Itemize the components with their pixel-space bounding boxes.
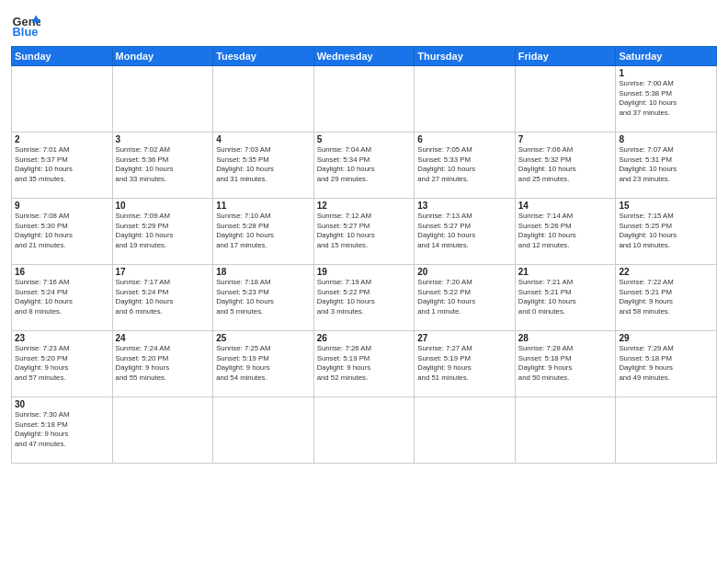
day-info: Sunrise: 7:12 AM Sunset: 5:27 PM Dayligh… bbox=[317, 212, 412, 250]
day-info: Sunrise: 7:00 AM Sunset: 5:38 PM Dayligh… bbox=[619, 79, 713, 118]
day-cell: 26Sunrise: 7:26 AM Sunset: 5:19 PM Dayli… bbox=[313, 331, 415, 397]
weekday-header-wednesday: Wednesday bbox=[313, 47, 415, 66]
day-cell bbox=[515, 397, 616, 464]
day-info: Sunrise: 7:27 AM Sunset: 5:19 PM Dayligh… bbox=[417, 344, 512, 383]
day-info: Sunrise: 7:21 AM Sunset: 5:21 PM Dayligh… bbox=[518, 278, 613, 316]
day-cell: 17Sunrise: 7:17 AM Sunset: 5:24 PM Dayli… bbox=[112, 265, 213, 331]
day-cell: 29Sunrise: 7:29 AM Sunset: 5:18 PM Dayli… bbox=[616, 331, 717, 397]
page: General Blue SundayMondayTuesdayWednesda… bbox=[0, 0, 728, 563]
day-number: 12 bbox=[317, 201, 412, 211]
day-cell: 2Sunrise: 7:01 AM Sunset: 5:37 PM Daylig… bbox=[12, 132, 113, 199]
day-cell: 4Sunrise: 7:03 AM Sunset: 5:35 PM Daylig… bbox=[213, 132, 314, 199]
day-info: Sunrise: 7:05 AM Sunset: 5:33 PM Dayligh… bbox=[417, 145, 512, 184]
day-info: Sunrise: 7:13 AM Sunset: 5:27 PM Dayligh… bbox=[417, 212, 512, 250]
day-number: 16 bbox=[15, 267, 109, 277]
day-info: Sunrise: 7:01 AM Sunset: 5:37 PM Dayligh… bbox=[15, 145, 109, 184]
day-cell: 1Sunrise: 7:00 AM Sunset: 5:38 PM Daylig… bbox=[616, 66, 717, 132]
day-info: Sunrise: 7:26 AM Sunset: 5:19 PM Dayligh… bbox=[317, 344, 412, 383]
day-info: Sunrise: 7:14 AM Sunset: 5:26 PM Dayligh… bbox=[518, 212, 613, 250]
day-number: 15 bbox=[619, 201, 713, 211]
day-info: Sunrise: 7:19 AM Sunset: 5:22 PM Dayligh… bbox=[317, 278, 412, 316]
logo-icon: General Blue bbox=[11, 9, 40, 39]
day-cell: 16Sunrise: 7:16 AM Sunset: 5:24 PM Dayli… bbox=[12, 265, 113, 331]
day-cell: 18Sunrise: 7:18 AM Sunset: 5:23 PM Dayli… bbox=[213, 265, 314, 331]
day-cell bbox=[112, 397, 213, 464]
weekday-header-sunday: Sunday bbox=[12, 47, 113, 66]
weekday-header-friday: Friday bbox=[515, 47, 616, 66]
week-row-4: 23Sunrise: 7:23 AM Sunset: 5:20 PM Dayli… bbox=[12, 331, 717, 397]
svg-text:Blue: Blue bbox=[13, 25, 39, 39]
day-cell: 30Sunrise: 7:30 AM Sunset: 5:18 PM Dayli… bbox=[12, 397, 113, 464]
day-info: Sunrise: 7:20 AM Sunset: 5:22 PM Dayligh… bbox=[417, 278, 512, 316]
day-number: 18 bbox=[216, 267, 311, 277]
day-info: Sunrise: 7:17 AM Sunset: 5:24 PM Dayligh… bbox=[116, 278, 210, 316]
day-number: 21 bbox=[518, 267, 613, 277]
day-info: Sunrise: 7:25 AM Sunset: 5:19 PM Dayligh… bbox=[216, 344, 311, 383]
day-number: 29 bbox=[619, 333, 713, 343]
day-cell: 15Sunrise: 7:15 AM Sunset: 5:25 PM Dayli… bbox=[616, 199, 717, 265]
day-cell: 13Sunrise: 7:13 AM Sunset: 5:27 PM Dayli… bbox=[415, 199, 516, 265]
day-number: 3 bbox=[116, 134, 210, 144]
day-info: Sunrise: 7:06 AM Sunset: 5:32 PM Dayligh… bbox=[518, 145, 613, 184]
week-row-0: 1Sunrise: 7:00 AM Sunset: 5:38 PM Daylig… bbox=[12, 66, 717, 132]
day-cell bbox=[616, 397, 717, 464]
day-cell bbox=[313, 397, 415, 464]
day-info: Sunrise: 7:16 AM Sunset: 5:24 PM Dayligh… bbox=[15, 278, 109, 316]
day-number: 22 bbox=[619, 267, 713, 277]
day-info: Sunrise: 7:24 AM Sunset: 5:20 PM Dayligh… bbox=[116, 344, 210, 383]
weekday-header-thursday: Thursday bbox=[415, 47, 516, 66]
day-info: Sunrise: 7:29 AM Sunset: 5:18 PM Dayligh… bbox=[619, 344, 713, 383]
day-number: 8 bbox=[619, 134, 713, 144]
day-info: Sunrise: 7:08 AM Sunset: 5:30 PM Dayligh… bbox=[15, 212, 109, 250]
day-number: 2 bbox=[15, 134, 109, 144]
day-cell: 11Sunrise: 7:10 AM Sunset: 5:28 PM Dayli… bbox=[213, 199, 314, 265]
day-cell: 22Sunrise: 7:22 AM Sunset: 5:21 PM Dayli… bbox=[616, 265, 717, 331]
day-number: 28 bbox=[518, 333, 613, 343]
day-cell: 20Sunrise: 7:20 AM Sunset: 5:22 PM Dayli… bbox=[415, 265, 516, 331]
calendar: SundayMondayTuesdayWednesdayThursdayFrid… bbox=[11, 46, 717, 464]
weekday-header-row: SundayMondayTuesdayWednesdayThursdayFrid… bbox=[12, 47, 717, 66]
day-info: Sunrise: 7:23 AM Sunset: 5:20 PM Dayligh… bbox=[15, 344, 109, 383]
day-number: 10 bbox=[116, 201, 210, 211]
day-number: 6 bbox=[417, 134, 512, 144]
day-cell bbox=[12, 66, 113, 132]
week-row-5: 30Sunrise: 7:30 AM Sunset: 5:18 PM Dayli… bbox=[12, 397, 717, 464]
day-info: Sunrise: 7:09 AM Sunset: 5:29 PM Dayligh… bbox=[116, 212, 210, 250]
day-cell: 8Sunrise: 7:07 AM Sunset: 5:31 PM Daylig… bbox=[616, 132, 717, 199]
day-cell: 25Sunrise: 7:25 AM Sunset: 5:19 PM Dayli… bbox=[213, 331, 314, 397]
day-cell: 12Sunrise: 7:12 AM Sunset: 5:27 PM Dayli… bbox=[313, 199, 415, 265]
day-cell: 3Sunrise: 7:02 AM Sunset: 5:36 PM Daylig… bbox=[112, 132, 213, 199]
day-cell bbox=[415, 66, 516, 132]
day-number: 4 bbox=[216, 134, 311, 144]
day-info: Sunrise: 7:15 AM Sunset: 5:25 PM Dayligh… bbox=[619, 212, 713, 250]
day-number: 20 bbox=[417, 267, 512, 277]
day-info: Sunrise: 7:04 AM Sunset: 5:34 PM Dayligh… bbox=[317, 145, 412, 184]
day-number: 30 bbox=[15, 399, 109, 409]
day-number: 25 bbox=[216, 333, 311, 343]
day-cell bbox=[213, 397, 314, 464]
week-row-3: 16Sunrise: 7:16 AM Sunset: 5:24 PM Dayli… bbox=[12, 265, 717, 331]
day-info: Sunrise: 7:10 AM Sunset: 5:28 PM Dayligh… bbox=[216, 212, 311, 250]
day-cell bbox=[415, 397, 516, 464]
day-cell: 9Sunrise: 7:08 AM Sunset: 5:30 PM Daylig… bbox=[12, 199, 113, 265]
header: General Blue bbox=[11, 9, 717, 39]
day-cell: 19Sunrise: 7:19 AM Sunset: 5:22 PM Dayli… bbox=[313, 265, 415, 331]
day-cell: 10Sunrise: 7:09 AM Sunset: 5:29 PM Dayli… bbox=[112, 199, 213, 265]
day-cell: 24Sunrise: 7:24 AM Sunset: 5:20 PM Dayli… bbox=[112, 331, 213, 397]
day-number: 7 bbox=[518, 134, 613, 144]
day-number: 14 bbox=[518, 201, 613, 211]
day-cell: 28Sunrise: 7:28 AM Sunset: 5:18 PM Dayli… bbox=[515, 331, 616, 397]
day-info: Sunrise: 7:03 AM Sunset: 5:35 PM Dayligh… bbox=[216, 145, 311, 184]
day-number: 23 bbox=[15, 333, 109, 343]
day-number: 26 bbox=[317, 333, 412, 343]
day-number: 27 bbox=[417, 333, 512, 343]
day-cell: 27Sunrise: 7:27 AM Sunset: 5:19 PM Dayli… bbox=[415, 331, 516, 397]
day-number: 9 bbox=[15, 201, 109, 211]
day-number: 11 bbox=[216, 201, 311, 211]
day-cell bbox=[313, 66, 415, 132]
weekday-header-saturday: Saturday bbox=[616, 47, 717, 66]
week-row-2: 9Sunrise: 7:08 AM Sunset: 5:30 PM Daylig… bbox=[12, 199, 717, 265]
logo: General Blue bbox=[11, 9, 46, 39]
day-cell: 21Sunrise: 7:21 AM Sunset: 5:21 PM Dayli… bbox=[515, 265, 616, 331]
day-number: 1 bbox=[619, 68, 713, 78]
